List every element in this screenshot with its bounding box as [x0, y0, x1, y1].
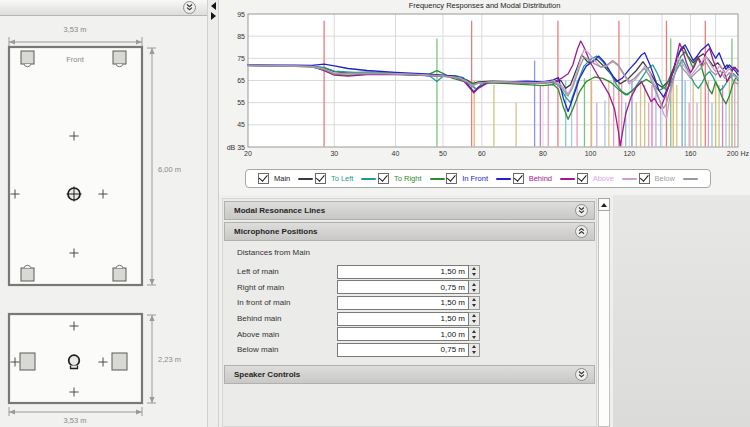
svg-text:80: 80	[539, 150, 547, 157]
elevation-width-dimension	[9, 407, 142, 416]
above-main-spinner	[337, 327, 480, 341]
svg-text:55: 55	[237, 99, 245, 106]
legend-label: In Front	[462, 174, 488, 183]
room-panel-header	[0, 0, 207, 16]
room-diagrams: 3,53 m Front	[0, 15, 207, 427]
in-front-of-main-input[interactable]	[337, 296, 469, 310]
mic-row-behind-main: Behind main	[237, 311, 596, 327]
top-room-width-dimension	[9, 37, 142, 46]
splitter-collapse-right-icon[interactable]	[211, 12, 216, 20]
empty-area	[613, 195, 750, 427]
top-room-width-label: 3,53 m	[64, 25, 87, 34]
below-main-input[interactable]	[337, 343, 469, 357]
frequency-response-chart: Frequency Responses and Modal Distributi…	[219, 0, 750, 195]
field-label: Below main	[237, 345, 337, 354]
spin-down-icon[interactable]	[469, 350, 479, 356]
elevation-height-label: 2,23 m	[158, 355, 181, 364]
mic-row-left-of-main: Left of main	[237, 264, 596, 280]
svg-text:30: 30	[330, 150, 338, 157]
legend-line-swatch	[622, 178, 637, 180]
scrollbar-thumb[interactable]	[598, 211, 610, 427]
svg-text:120: 120	[623, 150, 635, 157]
controls-scrollbar[interactable]	[598, 198, 610, 427]
spin-down-icon[interactable]	[469, 287, 479, 293]
legend-checkbox-to-left[interactable]	[315, 173, 326, 184]
section-expand-button[interactable]	[575, 204, 588, 217]
section-modal-resonance-lines[interactable]: Modal Resonance Lines	[224, 201, 595, 220]
right-of-main-input[interactable]	[337, 280, 469, 294]
legend-checkbox-below[interactable]	[639, 173, 650, 184]
scrollbar-up-icon[interactable]	[598, 198, 610, 211]
legend-checkbox-main[interactable]	[258, 173, 269, 184]
controls-column: Modal Resonance Lines Microphone Positio…	[222, 198, 597, 427]
analysis-panel: Frequency Responses and Modal Distributi…	[219, 0, 750, 427]
svg-text:95: 95	[237, 11, 245, 18]
chart-legend: Main To Left To Right In Front Behind	[245, 169, 711, 188]
legend-checkbox-behind[interactable]	[513, 173, 524, 184]
legend-label: Below	[655, 174, 675, 183]
spin-down-icon[interactable]	[469, 334, 479, 340]
above-main-input[interactable]	[337, 327, 469, 341]
mic-row-above-main: Above main	[237, 326, 596, 342]
legend-label: Main	[274, 174, 290, 183]
speaker-icon[interactable]	[21, 265, 34, 281]
spinner-buttons	[469, 265, 480, 279]
speaker-icon[interactable]	[112, 353, 127, 370]
svg-text:40: 40	[392, 150, 400, 157]
panel-splitter[interactable]	[207, 0, 219, 427]
svg-text:50: 50	[439, 150, 447, 157]
legend-checkbox-to-right[interactable]	[378, 173, 389, 184]
svg-text:75: 75	[237, 55, 245, 62]
speaker-icon[interactable]	[113, 51, 126, 67]
svg-text:100: 100	[585, 150, 597, 157]
spinner-buttons	[469, 312, 480, 326]
elevation-width-label: 3,53 m	[64, 416, 87, 425]
legend-checkbox-above[interactable]	[577, 173, 588, 184]
field-label: In front of main	[237, 298, 337, 307]
legend-line-swatch	[430, 178, 445, 180]
room-panel-collapse-button[interactable]	[183, 1, 196, 14]
section-title: Speaker Controls	[234, 370, 575, 379]
speaker-icon[interactable]	[113, 265, 126, 281]
legend-label: To Right	[394, 174, 422, 183]
left-of-main-spinner	[337, 265, 480, 279]
chevron-double-down-icon	[185, 3, 194, 12]
top-room-height-label: 6,00 m	[158, 165, 181, 174]
legend-line-swatch	[683, 178, 698, 180]
svg-text:60: 60	[478, 150, 486, 157]
listener-head-icon[interactable]	[69, 355, 80, 368]
section-title: Microphone Positions	[234, 227, 575, 236]
spin-down-icon[interactable]	[469, 319, 479, 325]
below-main-spinner	[337, 343, 480, 357]
legend-label: To Left	[331, 174, 354, 183]
front-wall-label: Front	[66, 55, 84, 64]
mic-row-in-front-of-main: In front of main	[237, 295, 596, 311]
spinner-buttons	[469, 327, 480, 341]
legend-item-0: Main	[258, 173, 313, 184]
behind-main-input[interactable]	[337, 312, 469, 326]
mic-row-below-main: Below main	[237, 342, 596, 358]
legend-item-6: Below	[639, 173, 698, 184]
speaker-icon[interactable]	[21, 51, 34, 67]
legend-label: Above	[593, 174, 614, 183]
section-microphone-positions[interactable]: Microphone Positions	[224, 222, 595, 241]
legend-checkbox-in-front[interactable]	[446, 173, 457, 184]
chevron-double-down-icon	[577, 370, 586, 379]
spin-down-icon[interactable]	[469, 272, 479, 278]
svg-text:20: 20	[244, 150, 252, 157]
spin-down-icon[interactable]	[469, 303, 479, 309]
microphone-positions-content: Distances from Main Left of main Right o…	[223, 241, 596, 363]
legend-item-3: In Front	[446, 173, 511, 184]
section-speaker-controls[interactable]: Speaker Controls	[224, 365, 595, 384]
svg-text:65: 65	[237, 77, 245, 84]
section-expand-button[interactable]	[575, 368, 588, 381]
controls-area: Modal Resonance Lines Microphone Positio…	[219, 195, 750, 427]
section-collapse-button[interactable]	[575, 225, 588, 238]
field-label: Above main	[237, 330, 337, 339]
legend-line-swatch	[298, 178, 313, 180]
splitter-collapse-left-icon[interactable]	[211, 2, 216, 10]
in-front-of-main-spinner	[337, 296, 480, 310]
left-of-main-input[interactable]	[337, 265, 469, 279]
speaker-icon[interactable]	[20, 353, 35, 370]
legend-line-swatch	[560, 178, 575, 180]
